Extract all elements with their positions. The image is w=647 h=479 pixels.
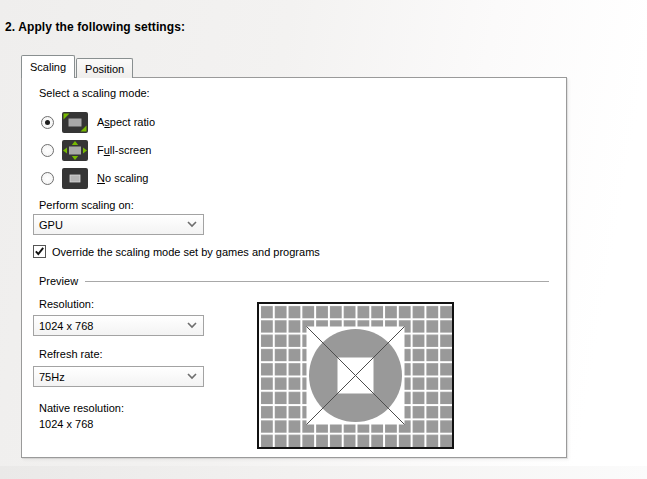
fullscreen-label[interactable]: Full-screen bbox=[97, 144, 151, 156]
override-checkbox[interactable] bbox=[33, 245, 46, 258]
perform-scaling-label: Perform scaling on: bbox=[39, 199, 134, 211]
resolution-select[interactable]: 1024 x 768 bbox=[33, 315, 204, 336]
radio-row-no-scaling[interactable]: No scaling bbox=[41, 167, 148, 189]
preview-group-header: Preview bbox=[39, 275, 549, 287]
tab-position-label: Position bbox=[85, 63, 124, 75]
perform-scaling-select[interactable]: GPU bbox=[33, 214, 204, 235]
native-resolution-label: Native resolution: bbox=[39, 402, 124, 414]
refresh-rate-value: 75Hz bbox=[39, 371, 65, 383]
no-scaling-radio[interactable] bbox=[41, 172, 54, 185]
refresh-rate-select[interactable]: 75Hz bbox=[33, 366, 204, 387]
override-check-row[interactable]: Override the scaling mode set by games a… bbox=[33, 245, 320, 258]
tab-position[interactable]: Position bbox=[76, 58, 133, 78]
refresh-rate-label: Refresh rate: bbox=[39, 348, 103, 360]
chevron-down-icon[interactable] bbox=[187, 322, 197, 329]
radio-row-fullscreen[interactable]: Full-screen bbox=[41, 139, 151, 161]
native-resolution-value: 1024 x 768 bbox=[39, 418, 93, 430]
override-checkbox-label[interactable]: Override the scaling mode set by games a… bbox=[52, 246, 320, 258]
aspect-ratio-icon bbox=[62, 112, 88, 133]
scaling-mode-section-label: Select a scaling mode: bbox=[39, 87, 150, 99]
tab-strip: Scaling Position bbox=[21, 55, 134, 78]
test-pattern-graphic bbox=[259, 304, 452, 447]
check-icon bbox=[34, 246, 45, 257]
tab-scaling[interactable]: Scaling bbox=[21, 55, 75, 78]
no-scaling-icon bbox=[62, 168, 88, 189]
chevron-down-icon[interactable] bbox=[187, 373, 197, 380]
chevron-down-icon[interactable] bbox=[187, 221, 197, 228]
preview-group-label: Preview bbox=[39, 275, 78, 287]
fullscreen-icon bbox=[62, 140, 88, 161]
tab-scaling-label: Scaling bbox=[30, 61, 66, 73]
fullscreen-radio[interactable] bbox=[41, 144, 54, 157]
scaling-preview-image bbox=[257, 302, 454, 449]
aspect-ratio-radio[interactable] bbox=[41, 116, 54, 129]
page-footer-band bbox=[0, 466, 647, 479]
group-separator-line bbox=[85, 281, 549, 282]
no-scaling-label[interactable]: No scaling bbox=[97, 172, 148, 184]
resolution-value: 1024 x 768 bbox=[39, 320, 93, 332]
scaling-tab-panel: Select a scaling mode: Aspect ratio Full… bbox=[21, 77, 567, 458]
aspect-ratio-label[interactable]: Aspect ratio bbox=[97, 116, 155, 128]
page-title: 2. Apply the following settings: bbox=[5, 20, 185, 34]
radio-row-aspect-ratio[interactable]: Aspect ratio bbox=[41, 111, 155, 133]
resolution-label: Resolution: bbox=[39, 298, 94, 310]
perform-scaling-value: GPU bbox=[39, 219, 63, 231]
